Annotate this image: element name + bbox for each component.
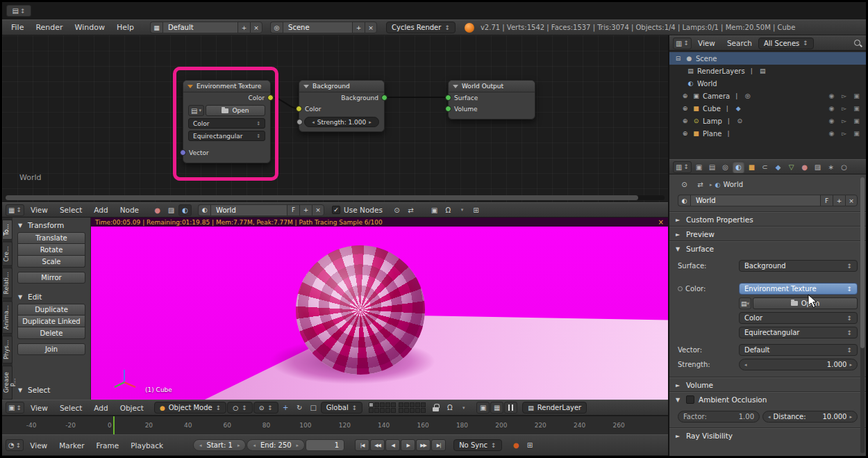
node-tree-name-field[interactable]: World <box>210 204 287 216</box>
scene-add-button[interactable]: + <box>352 22 365 33</box>
decrement-arrow-icon[interactable]: ◂ <box>768 414 771 420</box>
render-opengl-anim-button[interactable]: ▦ <box>490 402 503 414</box>
viewport-shading-selector[interactable]: ○ ↕ <box>227 402 252 414</box>
rotate-manipulator-icon[interactable]: ↻ <box>293 402 306 414</box>
layer-cell[interactable] <box>399 402 403 407</box>
tab-animation[interactable]: Anima... <box>2 301 12 334</box>
render-engine-selector[interactable]: Cycles Render ↕ <box>386 22 456 33</box>
mirror-button[interactable]: Mirror <box>17 272 85 284</box>
menu-add[interactable]: Add <box>88 204 113 215</box>
vector-dropdown[interactable]: Default ↕ <box>739 344 858 356</box>
use-nodes-toggle[interactable]: ✓ Use Nodes <box>332 206 383 214</box>
shader-world-icon[interactable]: ◐ <box>178 204 192 216</box>
menu-node[interactable]: Node <box>115 204 144 215</box>
outliner-row-plane[interactable]: ⊕ ■ Plane | ◉ ▻ ▣ <box>669 127 866 140</box>
layer-cell[interactable] <box>380 408 385 413</box>
pin-icon[interactable]: ⊙ <box>390 204 403 216</box>
decrement-arrow-icon[interactable]: ◂ <box>744 362 747 368</box>
start-frame-field[interactable]: ◂ Start: 1 ▸ <box>193 439 246 451</box>
expand-icon[interactable]: ⊕ <box>681 130 690 137</box>
ambient-occlusion-panel-header[interactable]: ▼ Ambient Occlusion <box>669 392 866 407</box>
checkered-sphere[interactable] <box>296 245 425 375</box>
collapse-triangle-icon[interactable] <box>303 85 309 88</box>
snap-magnet-icon[interactable]: Ω <box>442 204 455 216</box>
jump-to-end-button[interactable]: ▶| <box>431 439 446 451</box>
tab-physics-icon[interactable]: ○ <box>838 161 850 173</box>
editor-type-button[interactable]: ▤ ↕ <box>6 5 31 17</box>
item-label[interactable]: Cube <box>703 105 721 113</box>
tab-physics[interactable]: Phys... <box>2 336 12 363</box>
expand-icon[interactable]: ⊟ <box>674 55 683 62</box>
world-output-node[interactable]: World Output Surface Volume <box>448 80 535 120</box>
menu-select[interactable]: Select <box>54 402 87 414</box>
editor-type-button[interactable]: ▥ ↕ <box>673 161 692 173</box>
node-header[interactable]: World Output <box>449 81 535 92</box>
open-image-button[interactable]: Open <box>753 297 858 309</box>
expand-icon[interactable]: ⊕ <box>681 105 690 112</box>
surface-input-socket[interactable] <box>445 95 451 101</box>
increment-arrow-icon[interactable]: ▸ <box>849 362 852 368</box>
render-close-icon[interactable]: × <box>658 218 664 226</box>
layer-cell[interactable] <box>369 408 374 413</box>
screen-layout-delete-button[interactable]: × <box>250 22 262 33</box>
tab-data-icon[interactable]: ▽ <box>785 161 797 173</box>
selectability-toggle-icon[interactable]: ▻ <box>839 130 849 137</box>
use-nodes-checkbox[interactable]: ✓ <box>332 206 340 214</box>
tab-create[interactable]: Cre... <box>2 242 12 266</box>
select-panel-header[interactable]: ▼ Select <box>12 382 56 397</box>
scene-browse-icon[interactable]: ◎ <box>270 22 283 33</box>
render-preview[interactable]: (1) Cube <box>91 227 668 400</box>
item-label[interactable]: Plane <box>703 130 721 138</box>
color-input-socket[interactable] <box>296 106 302 112</box>
renderability-toggle-icon[interactable]: ▣ <box>851 130 862 137</box>
play-button[interactable]: ▶ <box>401 439 415 451</box>
layer-cell[interactable] <box>410 402 415 407</box>
node-editor[interactable]: Environment Texture Color ▤▾ Open Color … <box>2 35 668 202</box>
increment-arrow-icon[interactable]: ▸ <box>369 120 372 125</box>
keying-set-icon[interactable]: ⊞ <box>524 439 537 451</box>
menu-search[interactable]: Search <box>721 38 758 49</box>
snap-magnet-icon[interactable]: Ω <box>443 402 456 414</box>
tab-object-icon[interactable]: ■ <box>746 161 758 173</box>
menu-view[interactable]: View <box>25 402 53 414</box>
previous-keyframe-button[interactable]: ◀◀ <box>370 439 385 451</box>
editor-type-button[interactable]: ◔ ↕ <box>6 439 24 451</box>
layer-cell[interactable] <box>404 408 409 413</box>
menu-view[interactable]: View <box>692 38 721 49</box>
outliner-display-selector[interactable]: All Scenes ↕ <box>758 38 814 49</box>
join-button[interactable]: Join <box>17 343 85 355</box>
menu-frame[interactable]: Frame <box>91 440 125 451</box>
tab-render-icon[interactable]: ▣ <box>693 161 705 173</box>
sync-mode-selector[interactable]: No Sync ↕ <box>453 439 501 451</box>
search-icon[interactable] <box>853 39 862 48</box>
layer-cell[interactable] <box>380 402 385 407</box>
color-space-dropdown[interactable]: Color ↕ <box>739 312 858 324</box>
item-label[interactable]: Camera <box>703 92 730 100</box>
selectability-toggle-icon[interactable]: ▻ <box>839 117 849 124</box>
custom-properties-panel-header[interactable]: ► Custom Properties <box>669 212 866 227</box>
color-texture-dropdown[interactable]: Environment Texture ↕ <box>739 283 858 295</box>
volume-panel-header[interactable]: ► Volume <box>669 377 866 392</box>
tab-modifiers-icon[interactable]: ◆ <box>772 161 784 173</box>
tab-world-icon[interactable]: ◐ <box>733 161 744 173</box>
layer-cell[interactable] <box>415 408 420 413</box>
ray-visibility-panel-header[interactable]: ► Ray Visibility <box>669 428 866 443</box>
outliner-row-cube[interactable]: ⊕ ■ Cube | ◆ ◉ ▻ ▣ <box>669 102 866 115</box>
tab-relations[interactable]: Relati... <box>2 268 12 298</box>
viewport-3d[interactable]: Time:00:05.09 | Remaining:01:19.85 | Mem… <box>91 218 668 400</box>
unlink-button[interactable]: × <box>845 195 858 206</box>
editor-type-button[interactable]: ▣ ↕ <box>6 402 24 414</box>
snap-mode-dropdown[interactable]: ▾ <box>456 204 469 216</box>
end-frame-field[interactable]: ◂ End: 250 ▸ <box>247 439 305 451</box>
breadcrumb-label[interactable]: World <box>723 181 743 188</box>
surface-shader-dropdown[interactable]: Background ↕ <box>739 260 858 272</box>
outliner-row-camera[interactable]: ⊕ ▣ Camera | ◎ ◉ ▻ ▣ <box>669 90 866 102</box>
background-output-socket[interactable] <box>381 95 387 101</box>
screen-layout-add-button[interactable]: + <box>237 22 250 33</box>
expand-icon[interactable]: ⊕ <box>681 117 690 124</box>
layer-cell[interactable] <box>410 408 415 413</box>
properties-scrollbar[interactable] <box>860 177 865 453</box>
tab-texture-icon[interactable]: ▨ <box>812 161 824 173</box>
selectability-toggle-icon[interactable]: ▻ <box>839 92 849 99</box>
layer-cell[interactable] <box>415 402 420 407</box>
